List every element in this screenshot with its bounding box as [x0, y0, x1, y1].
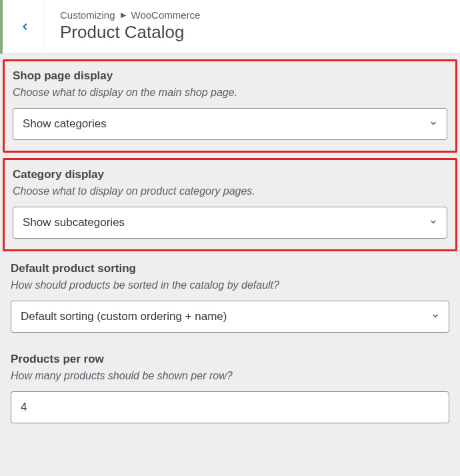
category-display-select[interactable]: Show subcategories — [13, 207, 447, 239]
select-value: Show categories — [23, 117, 107, 131]
breadcrumb-prefix: Customizing — [60, 9, 115, 21]
category-display-label: Category display — [13, 168, 447, 181]
chevron-down-icon — [430, 311, 441, 322]
header-text: Customizing ▶ WooCommerce Product Catalo… — [45, 0, 460, 53]
products-per-row-input-wrap — [11, 391, 449, 423]
shop-page-display-desc: Choose what to display on the main shop … — [13, 87, 447, 99]
breadcrumb: Customizing ▶ WooCommerce — [60, 9, 445, 21]
default-sorting-desc: How should products be sorted in the cat… — [11, 279, 449, 291]
default-sorting-label: Default product sorting — [11, 262, 449, 275]
category-display-section: Category display Choose what to display … — [3, 158, 457, 251]
products-per-row-label: Products per row — [11, 353, 449, 366]
breadcrumb-separator-icon: ▶ — [121, 11, 126, 19]
breadcrumb-section: WooCommerce — [131, 9, 201, 21]
products-per-row-input[interactable] — [21, 401, 439, 414]
default-sorting-select[interactable]: Default sorting (custom ordering + name) — [11, 301, 449, 333]
category-display-desc: Choose what to display on product catego… — [13, 185, 447, 197]
page-title: Product Catalog — [60, 22, 445, 43]
products-per-row-section: Products per row How many products shoul… — [0, 345, 460, 435]
customizer-content: Shop page display Choose what to display… — [0, 59, 460, 435]
select-value: Default sorting (custom ordering + name) — [21, 310, 227, 323]
back-button[interactable] — [3, 0, 45, 53]
chevron-down-icon — [428, 217, 439, 228]
chevron-left-icon — [17, 20, 31, 33]
customizer-header: Customizing ▶ WooCommerce Product Catalo… — [0, 0, 460, 54]
shop-page-display-section: Shop page display Choose what to display… — [3, 59, 457, 153]
shop-page-display-label: Shop page display — [13, 69, 447, 83]
chevron-down-icon — [428, 119, 439, 129]
shop-page-display-select[interactable]: Show categories — [13, 108, 447, 140]
products-per-row-desc: How many products should be shown per ro… — [11, 370, 449, 382]
select-value: Show subcategories — [23, 216, 125, 229]
default-sorting-section: Default product sorting How should produ… — [0, 254, 460, 345]
